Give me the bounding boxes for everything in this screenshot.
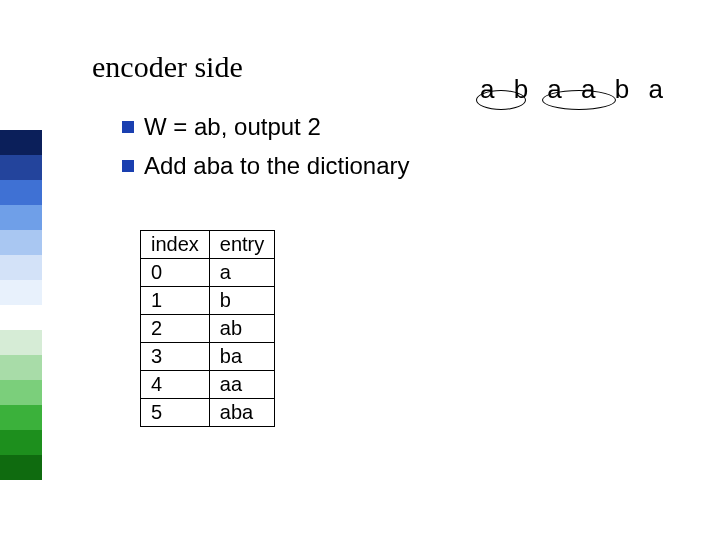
cell-entry: aba <box>209 399 274 427</box>
cell-index: 5 <box>141 399 210 427</box>
bullet-item: Add aba to the dictionary <box>122 149 410 184</box>
square-bullet-icon <box>122 160 134 172</box>
cell-index: 3 <box>141 343 210 371</box>
square-bullet-icon <box>122 121 134 133</box>
bullet-text: Add aba to the dictionary <box>144 149 410 184</box>
table-row: 0 a <box>141 259 275 287</box>
table-row: 5 aba <box>141 399 275 427</box>
cell-entry: b <box>209 287 274 315</box>
table-row: 4 aa <box>141 371 275 399</box>
input-string-block: a b a a b a <box>480 68 680 128</box>
circle-annotation-1 <box>476 90 526 110</box>
table-row: 3 ba <box>141 343 275 371</box>
cell-entry: ba <box>209 343 274 371</box>
col-header-entry: entry <box>209 231 274 259</box>
cell-index: 1 <box>141 287 210 315</box>
cell-entry: aa <box>209 371 274 399</box>
col-header-index: index <box>141 231 210 259</box>
cell-entry: ab <box>209 315 274 343</box>
bullet-list: W = ab, output 2 Add aba to the dictiona… <box>122 110 410 188</box>
cell-index: 2 <box>141 315 210 343</box>
cell-entry: a <box>209 259 274 287</box>
table-header-row: index entry <box>141 231 275 259</box>
slide-title: encoder side <box>92 50 243 84</box>
table-row: 2 ab <box>141 315 275 343</box>
table-row: 1 b <box>141 287 275 315</box>
cell-index: 4 <box>141 371 210 399</box>
cell-index: 0 <box>141 259 210 287</box>
dictionary-table: index entry 0 a 1 b 2 ab 3 ba 4 aa 5 aba <box>140 230 275 427</box>
bullet-item: W = ab, output 2 <box>122 110 410 145</box>
circle-annotation-2 <box>542 90 616 110</box>
bullet-text: W = ab, output 2 <box>144 110 321 145</box>
side-color-bar <box>0 130 42 480</box>
